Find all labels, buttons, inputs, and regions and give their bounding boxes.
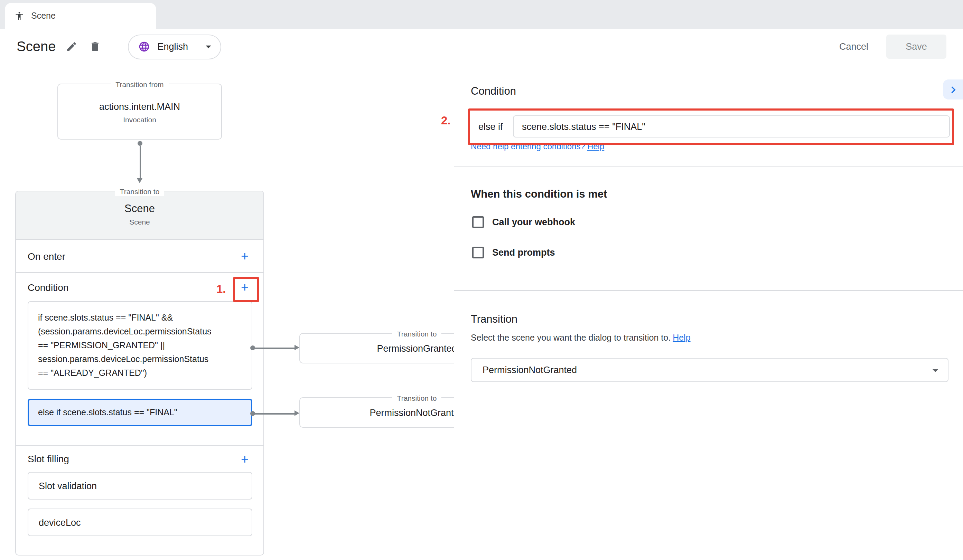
scene-node-label: Transition to xyxy=(115,186,165,196)
transition-to-label: Transition to xyxy=(392,393,442,403)
panel-divider xyxy=(454,166,963,167)
scene-node-header: Scene Scene xyxy=(16,191,263,240)
transition-selected-value: PermissionNotGranted xyxy=(483,365,577,375)
connector-arrow-permission-not-granted xyxy=(250,410,299,417)
transition-help-link[interactable]: Help xyxy=(673,333,690,343)
condition-item[interactable]: if scene.slots.status == "FINAL" && (ses… xyxy=(28,301,252,390)
intent-kind: Invocation xyxy=(58,115,221,124)
condition-help-line: Need help entering conditions?Help xyxy=(471,142,604,151)
connector-dot xyxy=(250,345,255,350)
condition-item-selected[interactable]: else if scene.slots.status == "FINAL" xyxy=(28,399,252,426)
panel-divider xyxy=(454,290,963,291)
cancel-button[interactable]: Cancel xyxy=(839,42,868,52)
add-condition-button[interactable]: + xyxy=(235,277,255,297)
webhook-option-row: Call your webhook xyxy=(472,216,575,228)
chevron-right-icon xyxy=(946,83,960,96)
slot-item[interactable]: Slot validation xyxy=(28,472,252,500)
else-if-label: else if xyxy=(478,121,503,132)
on-enter-label: On enter xyxy=(28,251,65,262)
transition-description-text: Select the scene you want the dialog to … xyxy=(471,333,671,343)
scene-node-subtitle: Scene xyxy=(16,218,263,226)
connector-dot xyxy=(250,411,255,416)
scene-graph-canvas: Transition from actions.intent.MAIN Invo… xyxy=(0,64,454,560)
arrow-right-icon xyxy=(295,345,299,350)
condition-section: Condition + xyxy=(16,273,263,301)
send-prompts-option-row: Send prompts xyxy=(472,247,555,258)
browser-tab-bar: Scene xyxy=(0,0,963,29)
add-slot-button[interactable]: + xyxy=(235,449,255,468)
transition-scene-select[interactable]: PermissionNotGranted xyxy=(471,358,948,382)
transition-to-label: Transition to xyxy=(392,329,442,338)
save-button[interactable]: Save xyxy=(886,34,947,59)
globe-icon xyxy=(138,41,150,52)
language-selector[interactable]: English xyxy=(128,34,221,59)
connector-line xyxy=(255,413,295,414)
send-prompts-label: Send prompts xyxy=(492,248,555,258)
arrow-down-icon xyxy=(137,178,143,183)
webhook-label: Call your webhook xyxy=(492,217,575,227)
connector-line xyxy=(255,348,295,349)
transition-target-node-not-granted[interactable]: Transition to PermissionNotGranted xyxy=(299,397,454,428)
help-prompt: Need help entering conditions? xyxy=(471,142,585,151)
connector-arrow-permission-granted xyxy=(250,345,299,351)
intent-name: actions.intent.MAIN xyxy=(58,102,221,112)
transition-from-node[interactable]: Transition from actions.intent.MAIN Invo… xyxy=(57,84,222,139)
condition-expression-input[interactable] xyxy=(513,115,950,138)
connector-line xyxy=(139,146,141,178)
edit-icon xyxy=(66,41,78,52)
chevron-down-icon xyxy=(929,363,942,377)
transition-heading: Transition xyxy=(471,313,517,325)
page-header: Scene English Cancel Save xyxy=(0,29,963,64)
add-on-enter-button[interactable]: + xyxy=(235,246,255,265)
delete-scene-button[interactable] xyxy=(83,35,107,58)
condition-details-panel: Condition else if Need help entering con… xyxy=(454,64,963,560)
arrow-right-icon xyxy=(295,410,299,416)
delete-icon xyxy=(89,41,101,52)
send-prompts-checkbox[interactable] xyxy=(472,247,484,258)
slot-filling-label: Slot filling xyxy=(28,453,69,464)
tab-title: Scene xyxy=(31,11,56,21)
scene-node[interactable]: Transition to Scene Scene On enter + Con… xyxy=(15,191,264,555)
browser-tab[interactable]: Scene xyxy=(5,3,156,29)
when-condition-met-heading: When this condition is met xyxy=(471,188,607,201)
language-label: English xyxy=(157,42,188,52)
slot-item[interactable]: deviceLoc xyxy=(28,508,252,536)
webhook-checkbox[interactable] xyxy=(472,216,484,228)
condition-heading: Condition xyxy=(471,85,516,97)
collapse-panel-button[interactable] xyxy=(943,79,963,99)
page-title: Scene xyxy=(16,39,56,55)
on-enter-section: On enter + xyxy=(16,240,263,273)
help-link[interactable]: Help xyxy=(587,142,604,151)
edit-scene-button[interactable] xyxy=(60,35,83,58)
transition-target-node-granted[interactable]: Transition to PermissionGranted xyxy=(299,333,454,363)
main-content: Transition from actions.intent.MAIN Invo… xyxy=(0,64,963,560)
chevron-down-icon xyxy=(202,40,215,53)
connector-vertical-arrow xyxy=(137,141,143,183)
condition-section-label: Condition xyxy=(28,282,68,293)
person-icon xyxy=(15,11,24,21)
connector-dot xyxy=(138,141,143,146)
actions-console-app: Scene Scene English Cancel Save xyxy=(0,0,963,560)
transition-from-label: Transition from xyxy=(110,79,169,89)
slot-filling-section: Slot filling + xyxy=(16,446,263,472)
transition-description: Select the scene you want the dialog to … xyxy=(471,333,691,343)
